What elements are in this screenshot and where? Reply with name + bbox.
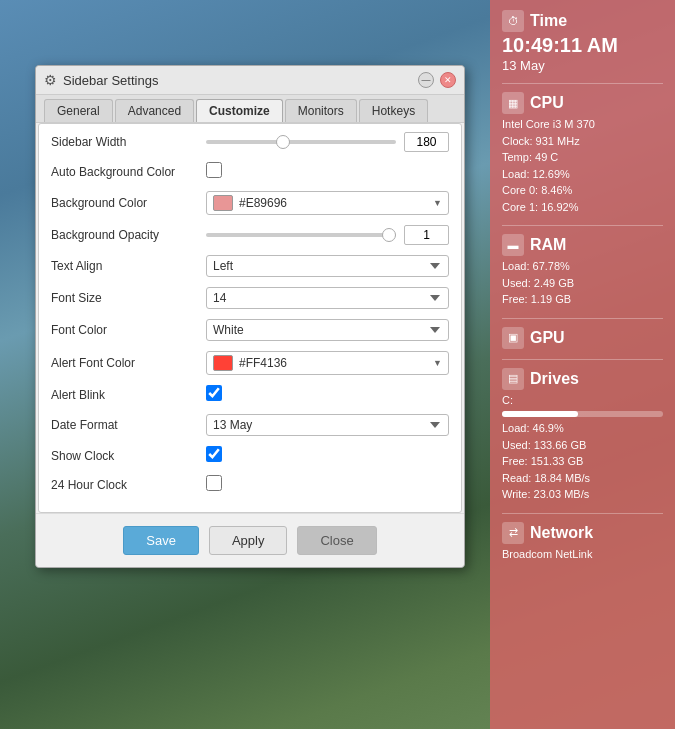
tab-hotkeys[interactable]: Hotkeys (359, 99, 428, 122)
sidebar-width-label: Sidebar Width (51, 135, 206, 149)
bg-color-text: #E89696 (239, 196, 427, 210)
network-icon: ⇄ (502, 522, 524, 544)
gpu-title: GPU (530, 329, 565, 347)
font-color-control: White Black Gray (206, 319, 449, 341)
alert-color-swatch (213, 355, 233, 371)
alert-font-color-label: Alert Font Color (51, 356, 206, 370)
dialog-content: Sidebar Width Auto Background Color Back… (38, 123, 462, 513)
font-size-select[interactable]: 10111213 141618 (206, 287, 449, 309)
alert-font-color-picker[interactable]: #FF4136 ▼ (206, 351, 449, 375)
close-window-button[interactable]: ✕ (440, 72, 456, 88)
tab-advanced[interactable]: Advanced (115, 99, 194, 122)
text-align-control: Left Center Right (206, 255, 449, 277)
font-color-label: Font Color (51, 323, 206, 337)
sidebar-width-input[interactable] (404, 132, 449, 152)
drive-bar-fill (502, 411, 578, 417)
dialog-title: Sidebar Settings (63, 73, 412, 88)
hour-clock-control (206, 475, 449, 494)
time-title: Time (530, 12, 567, 30)
bg-opacity-control (206, 225, 449, 245)
bg-color-arrow: ▼ (433, 198, 442, 208)
font-color-select[interactable]: White Black Gray (206, 319, 449, 341)
bg-opacity-row: Background Opacity (51, 225, 449, 245)
tabs-row: General Advanced Customize Monitors Hotk… (36, 95, 464, 123)
bg-color-swatch (213, 195, 233, 211)
sidebar-width-control (206, 132, 449, 152)
tab-general[interactable]: General (44, 99, 113, 122)
settings-icon: ⚙ (44, 72, 57, 88)
alert-blink-checkbox[interactable] (206, 385, 222, 401)
cpu-icon: ▦ (502, 92, 524, 114)
alert-blink-row: Alert Blink (51, 385, 449, 404)
alert-color-arrow: ▼ (433, 358, 442, 368)
font-color-row: Font Color White Black Gray (51, 319, 449, 341)
bg-opacity-input[interactable] (404, 225, 449, 245)
auto-bg-color-control (206, 162, 449, 181)
time-date: 13 May (502, 58, 663, 73)
cpu-section: ▦ CPU Intel Core i3 M 370 Clock: 931 MHz… (502, 92, 663, 215)
date-format-row: Date Format 13 May May 13 2024-05-13 (51, 414, 449, 436)
date-format-select[interactable]: 13 May May 13 2024-05-13 (206, 414, 449, 436)
hour-clock-row: 24 Hour Clock (51, 475, 449, 494)
save-button[interactable]: Save (123, 526, 199, 555)
show-clock-row: Show Clock (51, 446, 449, 465)
alert-color-text: #FF4136 (239, 356, 427, 370)
gpu-section: ▣ GPU (502, 327, 663, 349)
dialog-titlebar: ⚙ Sidebar Settings — ✕ (36, 66, 464, 95)
alert-blink-control (206, 385, 449, 404)
alert-font-color-control: #FF4136 ▼ (206, 351, 449, 375)
minimize-button[interactable]: — (418, 72, 434, 88)
bg-color-control: #E89696 ▼ (206, 191, 449, 215)
hour-clock-label: 24 Hour Clock (51, 478, 206, 492)
drives-icon: ▤ (502, 368, 524, 390)
ram-detail: Load: 67.78% Used: 2.49 GB Free: 1.19 GB (502, 258, 663, 308)
bg-color-row: Background Color #E89696 ▼ (51, 191, 449, 215)
auto-bg-color-label: Auto Background Color (51, 165, 206, 179)
text-align-select[interactable]: Left Center Right (206, 255, 449, 277)
cpu-title: CPU (530, 94, 564, 112)
ram-title: RAM (530, 236, 566, 254)
text-align-label: Text Align (51, 259, 206, 273)
show-clock-checkbox[interactable] (206, 446, 222, 462)
network-detail: Broadcom NetLink (502, 546, 663, 563)
close-button[interactable]: Close (297, 526, 376, 555)
auto-bg-color-checkbox[interactable] (206, 162, 222, 178)
bg-color-picker[interactable]: #E89696 ▼ (206, 191, 449, 215)
date-format-label: Date Format (51, 418, 206, 432)
font-size-row: Font Size 10111213 141618 (51, 287, 449, 309)
network-title: Network (530, 524, 593, 542)
bg-opacity-label: Background Opacity (51, 228, 206, 242)
settings-dialog: ⚙ Sidebar Settings — ✕ General Advanced … (35, 65, 465, 568)
time-icon: ⏱ (502, 10, 524, 32)
hour-clock-checkbox[interactable] (206, 475, 222, 491)
cpu-detail: Intel Core i3 M 370 Clock: 931 MHz Temp:… (502, 116, 663, 215)
right-panel: ⏱ Time 10:49:11 AM 13 May ▦ CPU Intel Co… (490, 0, 675, 729)
tab-monitors[interactable]: Monitors (285, 99, 357, 122)
drives-title: Drives (530, 370, 579, 388)
ram-section: ▬ RAM Load: 67.78% Used: 2.49 GB Free: 1… (502, 234, 663, 308)
apply-button[interactable]: Apply (209, 526, 288, 555)
alert-font-color-row: Alert Font Color #FF4136 ▼ (51, 351, 449, 375)
time-value: 10:49:11 AM (502, 34, 663, 57)
drives-section: ▤ Drives C: Load: 46.9% Used: 133.66 GB … (502, 368, 663, 503)
time-section: ⏱ Time 10:49:11 AM 13 May (502, 10, 663, 73)
show-clock-control (206, 446, 449, 465)
date-format-control: 13 May May 13 2024-05-13 (206, 414, 449, 436)
ram-icon: ▬ (502, 234, 524, 256)
drive-bar-bg (502, 411, 663, 417)
auto-bg-color-row: Auto Background Color (51, 162, 449, 181)
dialog-footer: Save Apply Close (36, 513, 464, 567)
sidebar-width-row: Sidebar Width (51, 132, 449, 152)
text-align-row: Text Align Left Center Right (51, 255, 449, 277)
gpu-icon: ▣ (502, 327, 524, 349)
tab-customize[interactable]: Customize (196, 99, 283, 122)
bg-opacity-slider[interactable] (206, 233, 396, 237)
font-size-label: Font Size (51, 291, 206, 305)
drives-detail: C: Load: 46.9% Used: 133.66 GB Free: 151… (502, 392, 663, 503)
network-section: ⇄ Network Broadcom NetLink (502, 522, 663, 563)
alert-blink-label: Alert Blink (51, 388, 206, 402)
font-size-control: 10111213 141618 (206, 287, 449, 309)
bg-color-label: Background Color (51, 196, 206, 210)
show-clock-label: Show Clock (51, 449, 206, 463)
sidebar-width-slider[interactable] (206, 140, 396, 144)
